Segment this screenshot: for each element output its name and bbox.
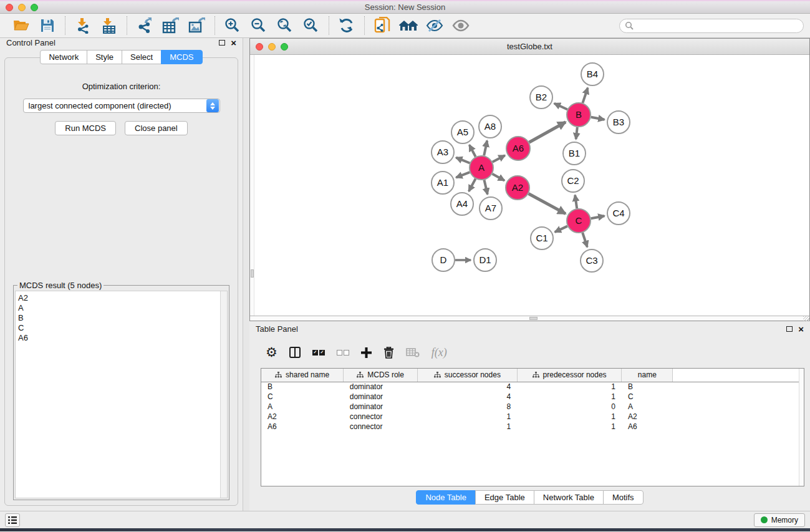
- mcds-result-item[interactable]: C: [18, 323, 218, 333]
- table-cell[interactable]: A2: [622, 412, 673, 422]
- table-cell[interactable]: A: [261, 402, 344, 412]
- graph-node-D[interactable]: D: [432, 249, 455, 271]
- graph-node-C[interactable]: C: [567, 209, 591, 233]
- mcds-result-item[interactable]: A6: [18, 333, 218, 343]
- column-header-successor-nodes[interactable]: successor nodes: [418, 369, 518, 382]
- graph-node-C3[interactable]: C3: [581, 249, 603, 272]
- table-cell[interactable]: 8: [418, 402, 518, 412]
- graph-edge-A-A6[interactable]: [493, 155, 505, 162]
- graph-node-C1[interactable]: C1: [531, 227, 553, 249]
- tab-mcds[interactable]: MCDS: [161, 50, 202, 64]
- table-cell[interactable]: A6: [261, 422, 344, 432]
- graph-node-A8[interactable]: A8: [479, 115, 501, 138]
- export-table-button[interactable]: [161, 16, 181, 35]
- zoom-selected-button[interactable]: [301, 16, 321, 35]
- table-row[interactable]: Adominator80A: [261, 402, 804, 412]
- save-session-button[interactable]: [37, 16, 57, 35]
- table-cell[interactable]: 1: [517, 412, 622, 422]
- mcds-result-item[interactable]: B: [18, 313, 218, 323]
- graph-edge-C-C4[interactable]: [591, 216, 605, 218]
- open-file-button[interactable]: [11, 16, 31, 35]
- tab-motifs[interactable]: Motifs: [603, 490, 644, 505]
- network-window-titlebar[interactable]: testGlobe.txt: [250, 39, 809, 55]
- close-panel-button[interactable]: Close panel: [125, 121, 188, 135]
- graph-edge-A2-C[interactable]: [529, 194, 566, 214]
- table-cell[interactable]: C: [261, 392, 344, 402]
- tab-network-table[interactable]: Network Table: [534, 490, 604, 505]
- table-cell[interactable]: C: [622, 392, 673, 402]
- network-graph[interactable]: B4B2BB3B1A5A8A6A3AA1A4A7A2C2CC4C1C3DD1: [250, 55, 809, 316]
- float-table-panel-icon[interactable]: [786, 326, 793, 332]
- horizontal-scroll-thumb[interactable]: [529, 317, 538, 320]
- table-cell[interactable]: 4: [418, 382, 518, 392]
- table-cell[interactable]: A6: [622, 422, 673, 432]
- network-vertical-scrollbar[interactable]: [250, 55, 254, 316]
- node-table[interactable]: shared nameMCDS rolesuccessor nodesprede…: [261, 369, 804, 432]
- graph-node-A2[interactable]: A2: [506, 176, 529, 200]
- column-header-shared-name[interactable]: shared name: [261, 369, 344, 382]
- delete-column-icon[interactable]: [383, 347, 394, 359]
- graph-node-C2[interactable]: C2: [562, 170, 584, 192]
- search-box[interactable]: [619, 19, 804, 33]
- graph-edge-A-A3[interactable]: [456, 158, 470, 163]
- table-row[interactable]: Bdominator41B: [261, 382, 804, 392]
- graph-node-A3[interactable]: A3: [432, 141, 454, 163]
- import-network-button[interactable]: [73, 16, 93, 35]
- table-cell[interactable]: 4: [418, 392, 518, 402]
- graph-edge-B-B3[interactable]: [591, 117, 605, 120]
- table-cell[interactable]: A2: [261, 412, 344, 422]
- cybrowser-home-button[interactable]: [398, 16, 418, 35]
- graph-node-B3[interactable]: B3: [607, 111, 630, 133]
- table-cell[interactable]: B: [261, 382, 344, 392]
- graph-edge-B-B1[interactable]: [576, 127, 577, 139]
- graph-edge-A6-B[interactable]: [529, 122, 566, 143]
- tab-edge-table[interactable]: Edge Table: [475, 490, 534, 505]
- close-panel-icon[interactable]: ×: [231, 40, 236, 46]
- table-cell[interactable]: connector: [344, 412, 418, 422]
- network-from-clipboard-button[interactable]: [372, 16, 392, 35]
- graph-edge-B-B4[interactable]: [582, 88, 587, 103]
- table-cell[interactable]: dominator: [344, 402, 418, 412]
- column-header-name[interactable]: name: [622, 369, 673, 382]
- mcds-result-scrollbar[interactable]: [220, 291, 227, 498]
- table-cell[interactable]: 1: [418, 422, 518, 432]
- tab-select[interactable]: Select: [122, 50, 162, 64]
- zoom-in-button[interactable]: [223, 16, 243, 35]
- show-panels-button[interactable]: [5, 513, 20, 527]
- table-cell[interactable]: 1: [517, 382, 622, 392]
- graph-edge-A-A1[interactable]: [456, 172, 470, 178]
- search-input[interactable]: [636, 21, 803, 30]
- graph-edge-A-A5[interactable]: [470, 145, 476, 157]
- delete-table-icon[interactable]: [406, 348, 420, 357]
- column-header-MCDS-role[interactable]: MCDS role: [344, 369, 418, 382]
- window-resize-grip[interactable]: [803, 316, 809, 321]
- network-canvas[interactable]: B4B2BB3B1A5A8A6A3AA1A4A7A2C2CC4C1C3DD1: [250, 55, 809, 316]
- graph-edge-A-A7[interactable]: [485, 180, 488, 195]
- graph-node-A5[interactable]: A5: [451, 121, 474, 143]
- zoom-out-button[interactable]: [249, 16, 269, 35]
- function-builder-icon[interactable]: f(x): [432, 346, 447, 359]
- graph-edge-C-C2[interactable]: [575, 195, 577, 208]
- graph-edge-B-B2[interactable]: [554, 104, 567, 110]
- export-image-button[interactable]: [187, 16, 207, 35]
- table-row[interactable]: Cdominator41C: [261, 392, 804, 402]
- hide-graphics-details-button[interactable]: [425, 16, 445, 35]
- table-cell[interactable]: dominator: [344, 382, 418, 392]
- graph-node-B2[interactable]: B2: [530, 86, 552, 109]
- add-column-icon[interactable]: [361, 347, 372, 358]
- import-table-button[interactable]: [99, 16, 119, 35]
- graph-node-B[interactable]: B: [567, 103, 591, 127]
- table-cell[interactable]: A: [622, 402, 673, 412]
- column-header-predecessor-nodes[interactable]: predecessor nodes: [517, 369, 622, 382]
- table-scrollbar[interactable]: [799, 369, 804, 486]
- graph-node-D1[interactable]: D1: [474, 249, 496, 271]
- mcds-result-item[interactable]: A2: [18, 293, 218, 303]
- table-cell[interactable]: 1: [517, 392, 622, 402]
- vertical-scroll-thumb[interactable]: [251, 269, 254, 278]
- close-table-panel-icon[interactable]: ×: [798, 326, 804, 332]
- float-panel-icon[interactable]: [219, 40, 225, 46]
- optimization-criterion-select[interactable]: largest connected component (directed): [23, 99, 220, 113]
- run-mcds-button[interactable]: Run MCDS: [55, 121, 116, 135]
- graph-edge-A-A2[interactable]: [493, 174, 505, 181]
- mcds-result-item[interactable]: A: [18, 303, 218, 313]
